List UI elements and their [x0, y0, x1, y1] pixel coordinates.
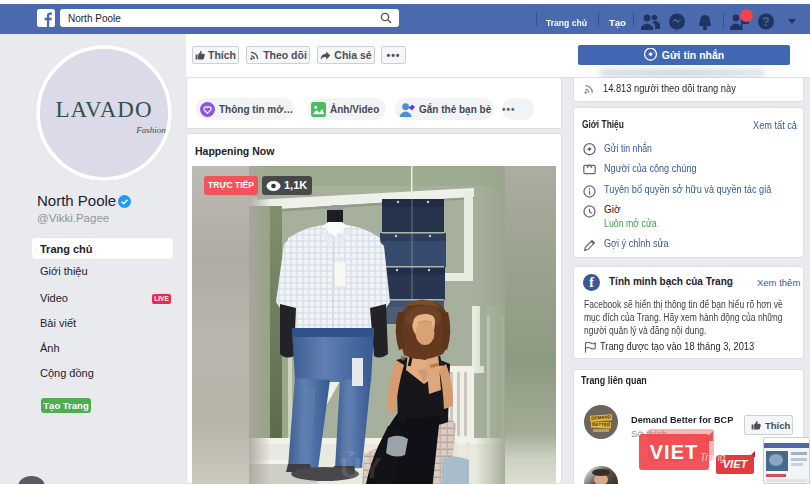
svg-text:ỦY: ỦY [340, 451, 382, 484]
svg-text:?: ? [762, 15, 769, 29]
